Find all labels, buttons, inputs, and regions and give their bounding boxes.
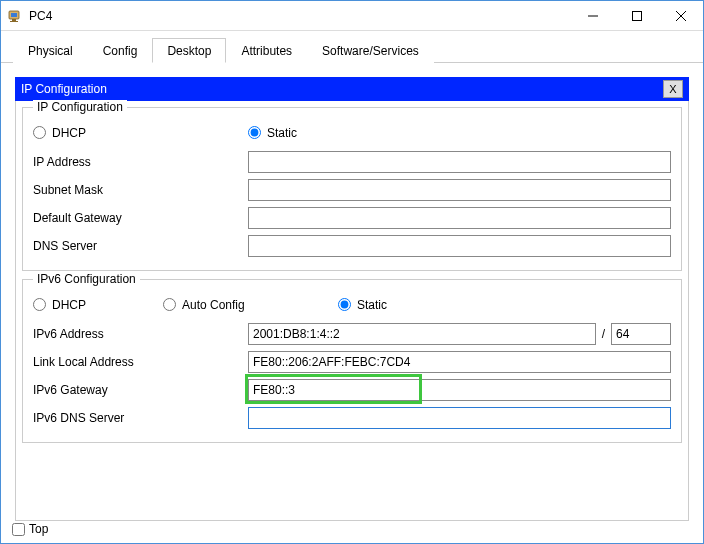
dns-server-input[interactable]: [248, 235, 671, 257]
tab-bar: Physical Config Desktop Attributes Softw…: [1, 31, 703, 63]
panel-header: IP Configuration X: [15, 77, 689, 101]
prefix-slash: /: [602, 327, 605, 341]
link-local-input[interactable]: [248, 351, 671, 373]
ipv6-fieldset: IPv6 Configuration DHCP: [22, 279, 682, 443]
ipv6-auto-radio[interactable]: Auto Config: [163, 298, 245, 312]
ipv4-static-label: Static: [267, 126, 297, 140]
svg-rect-5: [633, 11, 642, 20]
ipv6-address-input[interactable]: [248, 323, 596, 345]
ipv6-legend: IPv6 Configuration: [33, 272, 140, 286]
ipv4-dhcp-radio[interactable]: DHCP: [33, 126, 86, 140]
tab-software[interactable]: Software/Services: [307, 38, 434, 63]
subnet-mask-label: Subnet Mask: [33, 183, 248, 197]
top-checkbox[interactable]: [12, 523, 25, 536]
dns-server-label: DNS Server: [33, 239, 248, 253]
ipv6-dhcp-radio[interactable]: DHCP: [33, 298, 86, 312]
ipv6-dns-input[interactable]: [248, 407, 671, 429]
panel-body: IP Configuration DHCP Static: [15, 101, 689, 521]
ipv6-static-label: Static: [357, 298, 387, 312]
tab-config[interactable]: Config: [88, 38, 153, 63]
ipv4-static-input[interactable]: [248, 126, 261, 139]
svg-rect-2: [12, 19, 16, 21]
window-controls: [571, 1, 703, 30]
minimize-button[interactable]: [571, 1, 615, 30]
subnet-mask-input[interactable]: [248, 179, 671, 201]
ipv6-address-label: IPv6 Address: [33, 327, 248, 341]
content-area: IP Configuration X IP Configuration DHCP: [1, 63, 703, 535]
footer: Top: [12, 522, 48, 536]
ip-address-label: IP Address: [33, 155, 248, 169]
panel-close-button[interactable]: X: [663, 80, 683, 98]
default-gateway-input[interactable]: [248, 207, 671, 229]
window-title: PC4: [29, 9, 571, 23]
ipv6-prefix-input[interactable]: [611, 323, 671, 345]
tab-physical[interactable]: Physical: [13, 38, 88, 63]
ipv4-static-radio[interactable]: Static: [248, 126, 297, 140]
ipv6-static-input[interactable]: [338, 298, 351, 311]
ipv6-auto-label: Auto Config: [182, 298, 245, 312]
default-gateway-label: Default Gateway: [33, 211, 248, 225]
ipv6-gateway-label: IPv6 Gateway: [33, 383, 248, 397]
ipv6-static-radio[interactable]: Static: [338, 298, 387, 312]
pc-icon: [7, 8, 23, 24]
ipv4-fieldset: IP Configuration DHCP Static: [22, 107, 682, 271]
svg-rect-1: [11, 13, 17, 17]
tab-desktop[interactable]: Desktop: [152, 38, 226, 63]
titlebar: PC4: [1, 1, 703, 31]
svg-rect-3: [10, 21, 18, 22]
ipv6-gateway-input[interactable]: [248, 379, 671, 401]
panel-title: IP Configuration: [21, 82, 663, 96]
maximize-button[interactable]: [615, 1, 659, 30]
ipv6-dhcp-input[interactable]: [33, 298, 46, 311]
ipv6-dns-label: IPv6 DNS Server: [33, 411, 248, 425]
ipv6-auto-input[interactable]: [163, 298, 176, 311]
tab-attributes[interactable]: Attributes: [226, 38, 307, 63]
ip-address-input[interactable]: [248, 151, 671, 173]
ipv4-legend: IP Configuration: [33, 100, 127, 114]
top-label: Top: [29, 522, 48, 536]
ipv4-dhcp-input[interactable]: [33, 126, 46, 139]
close-button[interactable]: [659, 1, 703, 30]
link-local-label: Link Local Address: [33, 355, 248, 369]
ipv4-dhcp-label: DHCP: [52, 126, 86, 140]
ipv6-dhcp-label: DHCP: [52, 298, 86, 312]
